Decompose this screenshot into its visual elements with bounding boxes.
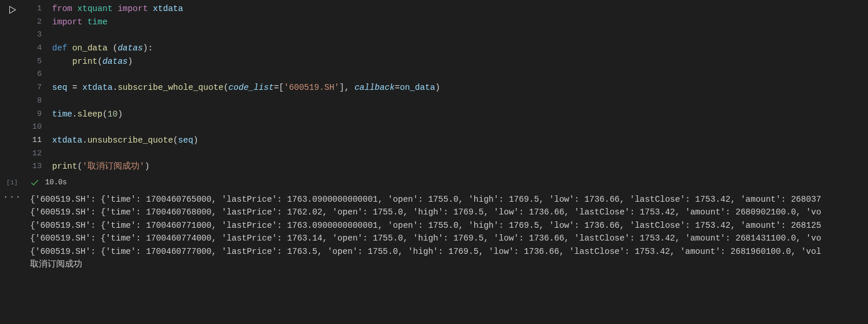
code-line: 8 [24,94,868,108]
run-cell-button[interactable] [7,5,17,15]
code-line: 6 [24,68,868,81]
cell-status-row: [1] 10.0s [0,176,868,190]
output-line: {'600519.SH': {'time': 1700460765000, 'l… [30,193,866,206]
output-line: {'600519.SH': {'time': 1700460771000, 'l… [30,219,866,232]
line-number: 1 [24,2,52,16]
output-line: {'600519.SH': {'time': 1700460768000, 'l… [30,206,866,219]
code-line: 4 def on_data (datas): [24,42,868,55]
ellipsis-icon: ··· [7,194,17,200]
code-line: 7 seq = xtdata.subscribe_whole_quote(cod… [24,81,868,94]
notebook-workspace: 1 from xtquant import xtdata 2 import ti… [0,0,868,324]
execution-duration: 10.0s [45,179,67,187]
line-number: 8 [24,94,52,108]
code-line: 10 [24,121,868,134]
line-number: 4 [24,42,52,55]
output-line: {'600519.SH': {'time': 1700460774000, 'l… [30,232,866,245]
line-number: 3 [24,28,52,42]
code-line: 9 time.sleep(10) [24,108,868,121]
line-number: 6 [24,68,52,81]
svg-marker-0 [10,6,16,13]
code-line: 1 from xtquant import xtdata [24,2,868,16]
line-number: 12 [24,147,52,161]
execution-count: [1] [0,179,24,186]
cell-main: 1 from xtquant import xtdata 2 import ti… [24,0,868,324]
cell-output: ··· {'600519.SH': {'time': 1700460765000… [0,192,868,275]
line-number: 13 [24,160,52,173]
code-line: 12 [24,147,868,161]
output-options-button[interactable]: ··· [0,193,24,200]
line-number: 2 [24,16,52,29]
code-line: 3 [24,28,868,42]
code-line: 13 print('取消订阅成功') [24,160,868,173]
output-line: 取消订阅成功 [30,258,866,271]
success-check-icon [30,178,39,187]
line-number: 11 [24,134,52,147]
line-number: 5 [24,55,52,68]
code-line: 11 xtdata.unsubscribe_quote(seq) [24,134,868,147]
code-line: 5 print(datas) [24,55,868,68]
cell-gutter [0,0,24,324]
output-scroll-area[interactable]: {'600519.SH': {'time': 1700460765000, 'l… [24,193,868,275]
line-number: 10 [24,121,52,134]
line-number: 9 [24,108,52,121]
line-number: 7 [24,81,52,94]
code-editor[interactable]: 1 from xtquant import xtdata 2 import ti… [24,0,868,174]
code-line: 2 import time [24,16,868,29]
output-line: {'600519.SH': {'time': 1700460777000, 'l… [30,245,866,259]
